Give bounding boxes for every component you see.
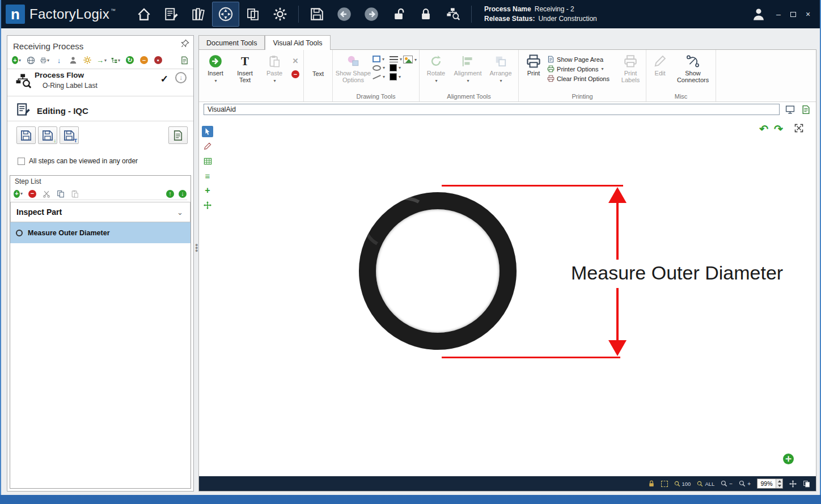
pan-mode-button[interactable] [789,480,797,488]
dimension-line-top[interactable] [442,185,623,187]
print-button[interactable]: Print [521,51,546,93]
shape-line-button[interactable]: ▾ [373,73,385,81]
process-report-button[interactable] [180,56,189,65]
undo-button[interactable]: ↶ [759,124,768,134]
maximize-button[interactable] [786,7,801,22]
remove-step-button[interactable]: − [28,189,37,198]
panel-splitter[interactable]: ●●● [195,244,198,278]
move-step-down-button[interactable]: ↓ [178,189,187,198]
draw-tool[interactable] [202,141,213,152]
documents-button[interactable] [185,2,212,27]
back-button[interactable] [331,2,358,27]
forms-button[interactable] [158,2,185,27]
insert-button[interactable]: Insert ▾ [201,51,230,93]
paste-step-button[interactable] [70,189,79,198]
select-tool[interactable] [202,126,213,137]
pause-button[interactable]: – [139,56,149,65]
templates-button[interactable] [239,2,266,27]
save-template-button[interactable]: T [60,126,79,144]
o-ring-image[interactable] [359,192,517,350]
process-settings-button[interactable] [83,56,92,65]
zoom-100-button[interactable]: 100 [674,481,691,487]
show-shape-options-button[interactable]: Show Shape Options [335,51,371,93]
close-button[interactable]: × [801,7,815,22]
arrange-button[interactable]: Arrange ▾ [485,51,516,93]
spin-up-icon[interactable] [776,479,782,484]
zoom-all-button[interactable]: ALL [697,481,714,487]
insert-image-button[interactable]: ▾ [403,56,417,63]
zoom-selection-tool[interactable]: + [202,185,213,196]
any-order-checkbox[interactable] [18,158,25,165]
stop-button[interactable]: ▪ [154,56,163,65]
clear-print-options-button[interactable]: Clear Print Options [547,75,616,82]
copy-step-button[interactable] [56,189,65,198]
visual-aid-canvas[interactable]: ≡ + ↶ ↷ Measure Outer Diameter ✛ [199,117,816,476]
annotation-text[interactable]: Measure Outer Diameter [571,262,783,284]
save-button[interactable] [303,2,331,27]
remove-item-button[interactable]: − [290,69,301,79]
printer-options-button[interactable]: Printer Options▾ [547,65,616,73]
pin-panel-button[interactable] [180,39,190,49]
refresh-button[interactable]: ↻ [125,56,134,65]
logout-user-button[interactable] [746,3,771,26]
home-button[interactable] [130,2,158,27]
unlock-button[interactable] [385,2,412,27]
pan-tool[interactable] [202,200,213,211]
print-labels-button[interactable]: Print Labels [617,51,644,93]
lock-button[interactable] [412,2,439,27]
import-step-button[interactable]: ↓ [38,126,57,144]
step-list-item-selected[interactable]: Measure Outer Diameter [10,222,191,243]
process-navigator-button[interactable] [212,2,239,27]
line-thickness-button[interactable]: ▾ [390,56,402,62]
import-button[interactable]: ↓ [54,56,64,65]
display-settings-button[interactable] [784,104,795,115]
save-process-button[interactable] [16,126,36,144]
step-group-header[interactable]: Inspect Part ⌄ [10,202,191,222]
assign-user-button[interactable] [69,56,78,65]
rotate-button[interactable]: Rotate ▾ [422,51,450,93]
delete-shape-button[interactable]: ✕ [290,56,301,66]
process-search-button[interactable] [439,2,467,27]
shape-ellipse-button[interactable]: ▾ [373,64,385,71]
release-button[interactable]: ↓ [175,72,187,83]
fit-view-button[interactable]: ✛ [783,454,794,464]
lock-zoom-indicator[interactable] [648,480,655,487]
edit-description-button[interactable] [168,126,188,144]
spin-down-icon[interactable] [776,484,782,488]
process-tree-button[interactable]: ▾ [111,56,120,65]
add-process-button[interactable]: +▾ [12,56,21,65]
edit-visual-aid-button[interactable] [800,104,811,115]
chevron-down-icon[interactable]: ⌄ [177,208,183,217]
paste-button[interactable]: Paste ▾ [260,51,289,93]
show-page-area-button[interactable]: Show Page Area [547,56,616,63]
insert-text-button[interactable]: T Insert Text [231,51,259,93]
settings-button[interactable] [266,2,294,27]
tab-visual-aid-tools[interactable]: Visual Aid Tools [265,35,330,50]
print-process-button[interactable]: ▾ [40,56,49,65]
alignment-button[interactable]: Alignment ▾ [451,51,484,93]
zoom-level-spinner[interactable]: 99% [757,478,783,489]
redo-button[interactable]: ↷ [774,124,783,134]
zoom-out-button[interactable]: − [721,480,733,487]
text-tool-button[interactable]: Text [306,51,330,93]
fullscreen-button[interactable] [794,124,803,135]
add-step-button[interactable]: +▾ [14,189,23,198]
list-tool[interactable]: ≡ [202,170,213,181]
cut-step-button[interactable] [42,189,51,198]
tab-document-tools[interactable]: Document Tools [198,35,265,50]
marquee-zoom-button[interactable] [661,481,668,487]
grid-tool[interactable] [202,155,213,167]
edit-button[interactable]: Edit [649,51,671,93]
line-color-picker[interactable]: ▾ [390,64,402,71]
show-connectors-button[interactable]: Show Connectors [672,51,713,93]
web-button[interactable] [26,56,35,65]
forward-button[interactable] [358,2,385,27]
visual-aid-name-input[interactable] [204,104,780,115]
fill-color-picker[interactable]: ▾ [390,73,402,81]
move-step-up-button[interactable]: ↑ [166,189,175,198]
dimension-line-bottom[interactable] [442,357,620,358]
minimize-button[interactable]: – [771,7,786,22]
export-button[interactable]: →▾ [97,56,106,65]
fit-pages-button[interactable] [803,480,810,488]
zoom-in-button[interactable]: + [739,480,751,487]
